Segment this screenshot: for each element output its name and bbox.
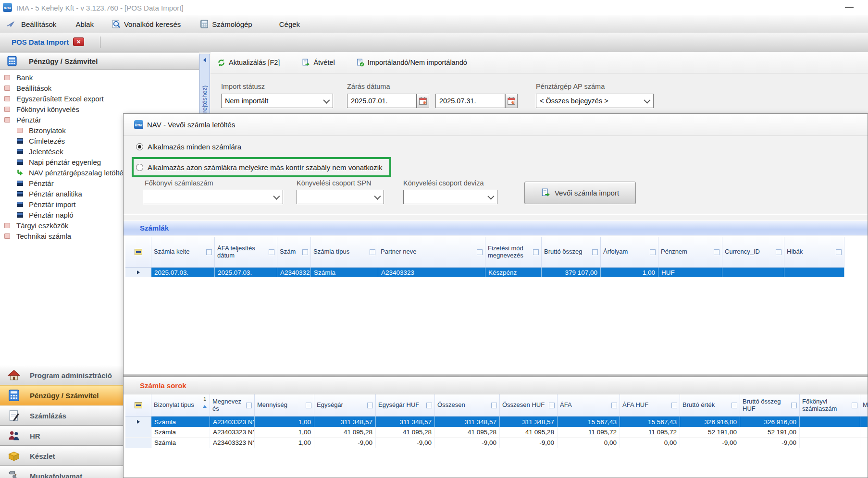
module-button-k-szlet[interactable]: Készlet xyxy=(0,446,124,466)
grid-header-cell[interactable]: Számla típus xyxy=(311,237,378,268)
grid-cell[interactable] xyxy=(860,427,868,438)
column-filter-checkbox[interactable] xyxy=(732,403,737,408)
grid-cell[interactable]: Számla xyxy=(151,417,210,427)
grid-cell[interactable]: 11 095,72 xyxy=(620,427,680,438)
column-filter-checkbox[interactable] xyxy=(611,403,617,408)
grid-cell[interactable]: 41 095,28 xyxy=(500,427,558,438)
grid-header-cell[interactable]: Currency_ID xyxy=(722,237,784,268)
grid-header-cell[interactable]: Bruttó összeg HUF xyxy=(740,394,800,417)
toggle-importable-button[interactable]: Importálandó/Nem importálandó xyxy=(356,59,467,67)
module-button-program-adminisztr-ci-[interactable]: Program adminisztráció xyxy=(0,365,124,385)
grid-row[interactable]: SzámlaA23403323 NY1,00-9,00-9,00-9,00-9,… xyxy=(125,438,868,448)
grid-header-cell[interactable]: Bruttó érték xyxy=(680,394,740,417)
grid-row[interactable]: SzámlaA23403323 NY1,0041 095,2841 095,28… xyxy=(125,427,868,438)
column-filter-checkbox[interactable] xyxy=(714,249,719,255)
column-filter-checkbox[interactable] xyxy=(206,249,212,255)
grid-header-cell[interactable]: Mennyiség xyxy=(255,394,314,417)
grid-row[interactable]: SzámlaA23403323 NY1,00311 348,57311 348,… xyxy=(125,417,868,427)
menu-item-ablak[interactable]: Ablak xyxy=(75,20,94,28)
column-filter-checkbox[interactable] xyxy=(426,403,432,408)
grid-header-cell[interactable]: Hibák xyxy=(784,237,844,268)
column-filter-checkbox[interactable] xyxy=(836,249,842,255)
grid-cell[interactable]: 326 916,00 xyxy=(680,417,740,427)
grid-header-cell[interactable]: Szám xyxy=(277,237,311,268)
grid-row[interactable]: 2025.07.03.2025.07.03.A2340332SzámlaA234… xyxy=(125,268,844,277)
grid-header-cell[interactable]: Mu xyxy=(860,394,868,417)
grid-header-cell[interactable]: ÁFA teljesítés dátum xyxy=(215,237,277,268)
import-status-select[interactable]: Nem importált xyxy=(221,94,333,108)
grid-header-cell[interactable]: Egységár HUF xyxy=(376,394,435,417)
grid-header-cell[interactable]: ÁFA HUF xyxy=(620,394,680,417)
grid-cell[interactable]: 1,00 xyxy=(255,427,314,438)
grid-cell[interactable]: 1,00 xyxy=(255,438,314,448)
tree-item[interactable]: Egyszerűsített Excel export xyxy=(0,93,199,104)
calendar-button[interactable]: 12 xyxy=(417,94,429,108)
grid-cell[interactable]: 311 348,57 xyxy=(376,417,435,427)
grid-cell[interactable]: A23403323 xyxy=(378,268,485,277)
grid-cell[interactable]: Számla xyxy=(151,438,210,448)
module-button-hr[interactable]: HR xyxy=(0,426,124,446)
column-filter-checkbox[interactable] xyxy=(367,403,373,408)
grid-cell[interactable]: 2025.07.03. xyxy=(215,268,277,277)
grid-cell[interactable]: Számla xyxy=(151,427,210,438)
tree-item[interactable]: Bank xyxy=(0,72,199,83)
takeover-button[interactable]: Átvétel xyxy=(302,59,335,67)
grid-cell[interactable]: 11 095,72 xyxy=(558,427,620,438)
module-button-sz-ml-z-s[interactable]: Számlázás xyxy=(0,405,124,426)
grid-cell[interactable] xyxy=(800,438,860,448)
grid-cell[interactable] xyxy=(860,417,868,427)
grid-cell[interactable]: 15 567,43 xyxy=(558,417,620,427)
column-filter-checkbox[interactable] xyxy=(592,249,598,255)
grid-cell[interactable]: 15 567,43 xyxy=(620,417,680,427)
grid-cell[interactable]: -9,00 xyxy=(376,438,435,448)
column-filter-checkbox[interactable] xyxy=(791,403,797,408)
grid-header-cell[interactable]: Megnevezés xyxy=(210,394,255,417)
grid-header-cell[interactable]: ÁFA xyxy=(558,394,620,417)
row-indicator-cell[interactable] xyxy=(125,427,151,438)
column-filter-checkbox[interactable] xyxy=(852,403,857,408)
column-filter-checkbox[interactable] xyxy=(491,403,497,408)
grid-cell[interactable]: Készpénz xyxy=(485,268,542,277)
grid-cell[interactable] xyxy=(800,427,860,438)
grid-cell[interactable]: -9,00 xyxy=(740,438,800,448)
radio-apply-no-other-rule[interactable]: Alkalmazás azon számlákra melyekre más k… xyxy=(136,163,383,172)
menu-item-szamologep[interactable]: Számológép xyxy=(212,20,252,28)
grid-cell[interactable] xyxy=(722,268,784,277)
grid-cell[interactable]: 0,00 xyxy=(620,438,680,448)
grid-cell[interactable]: 311 348,57 xyxy=(435,417,500,427)
grid-header-cell[interactable]: Főkönyvi számlaszám xyxy=(800,394,860,417)
grid-header-cell[interactable]: Partner neve xyxy=(378,237,485,268)
grid-cell[interactable]: A23403323 NY xyxy=(210,427,255,438)
column-filter-checkbox[interactable] xyxy=(776,249,781,255)
grid-cell[interactable]: A23403323 NY xyxy=(210,438,255,448)
closing-date-to-field[interactable]: 2025.07.31. xyxy=(435,94,505,108)
grid-corner-cell[interactable] xyxy=(125,237,151,268)
row-indicator-cell[interactable] xyxy=(125,268,151,277)
tree-item[interactable]: Főkönyvi könyvelés xyxy=(0,104,199,114)
grid-cell[interactable]: -9,00 xyxy=(435,438,500,448)
column-filter-checkbox[interactable] xyxy=(302,249,308,255)
grid-header-cell[interactable]: Összesen xyxy=(435,394,500,417)
grid-cell[interactable]: 379 107,00 xyxy=(542,268,601,277)
menu-item-cegek[interactable]: Cégek xyxy=(279,20,300,28)
grid-cell[interactable]: 326 916,00 xyxy=(740,417,800,427)
minimize-icon[interactable] xyxy=(845,7,854,8)
column-filter-checkbox[interactable] xyxy=(549,403,555,408)
grid-header-cell[interactable]: Pénznem xyxy=(658,237,722,268)
grid-cell[interactable]: 311 348,57 xyxy=(500,417,558,427)
booking-group-fx-select[interactable] xyxy=(403,190,497,204)
grid-corner-cell[interactable] xyxy=(125,394,151,417)
grid-header-cell[interactable]: Egységár xyxy=(314,394,376,417)
grid-header-cell[interactable]: Fizetési mód megnevezés xyxy=(485,237,542,268)
grid-header-cell[interactable]: Összesen HUF xyxy=(500,394,558,417)
grid-header-cell[interactable]: Bruttó összeg xyxy=(542,237,601,268)
grid-cell[interactable] xyxy=(800,417,860,427)
menu-item-vonalkod-kereses[interactable]: Vonalkód keresés xyxy=(124,20,181,28)
grid-cell[interactable]: 41 095,28 xyxy=(376,427,435,438)
radio-apply-all-invoices[interactable]: Alkalmazás minden számlára xyxy=(136,143,241,151)
column-filter-checkbox[interactable] xyxy=(533,249,539,255)
grid-cell[interactable] xyxy=(784,268,844,277)
menu-item-beallitasok[interactable]: Beállítások xyxy=(21,20,56,28)
column-filter-checkbox[interactable] xyxy=(306,403,311,408)
column-filter-checkbox[interactable] xyxy=(477,249,483,255)
